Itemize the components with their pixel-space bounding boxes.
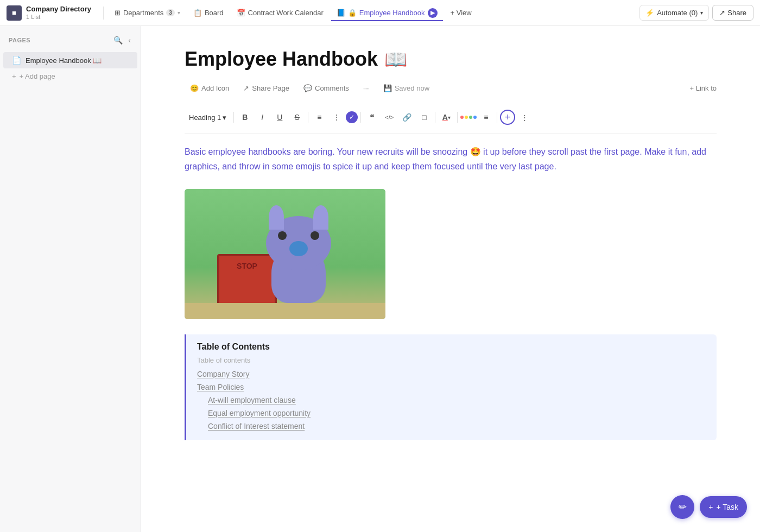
saved-status: 💾 Saved now xyxy=(378,81,435,95)
fab-task-button[interactable]: + + Task xyxy=(700,496,747,518)
sidebar-collapse-button[interactable]: ‹ xyxy=(127,35,132,46)
underline-button[interactable]: U xyxy=(271,109,288,125)
bold-button[interactable]: B xyxy=(237,109,253,125)
handbook-icon: 📘 xyxy=(337,9,345,17)
departments-badge: 3 xyxy=(166,9,175,16)
action-bar: 😊 Add Icon ↗ Share Page 💬 Comments ··· 💾… xyxy=(185,81,717,95)
board-icon: 📋 xyxy=(193,9,202,17)
page-title-emoji: 📖 xyxy=(384,48,407,70)
tab-add-view[interactable]: + View xyxy=(445,5,477,20)
sidebar-add-page[interactable]: + + Add page xyxy=(3,68,137,84)
link-button[interactable]: 🔗 xyxy=(398,109,415,125)
more-options-button[interactable]: ··· xyxy=(358,81,375,95)
departments-icon: ⊞ xyxy=(115,9,121,17)
add-icon-label: Add Icon xyxy=(201,84,229,92)
toolbar-sep-4 xyxy=(435,112,435,123)
box-button[interactable]: □ xyxy=(416,109,432,125)
italic-button[interactable]: I xyxy=(254,109,270,125)
toolbar-sep-2 xyxy=(308,112,308,123)
main-layout: PAGES 🔍 ‹ 📄 Employee Handbook 📖 + + Add … xyxy=(0,26,760,532)
toc-item-conflict[interactable]: Conflict of Interest statement xyxy=(197,420,706,433)
toc-item-equal-employment[interactable]: Equal employment opportunity xyxy=(197,407,706,420)
task-plus-icon: + xyxy=(708,503,713,511)
emoji-picker-button[interactable] xyxy=(460,109,477,125)
workspace-info: Company Directory 1 List xyxy=(26,5,91,21)
more-dots-icon: ··· xyxy=(363,84,369,92)
sidebar-item-handbook[interactable]: 📄 Employee Handbook 📖 xyxy=(3,52,137,68)
color-arrow: ▾ xyxy=(448,115,451,121)
heading-label: Heading 1 xyxy=(189,113,221,122)
link-to-button[interactable]: + Link to xyxy=(689,84,717,92)
toolbar-more-button[interactable]: ⋮ xyxy=(516,109,533,125)
bullet-list-button[interactable]: ≡ xyxy=(311,109,327,125)
formatting-toolbar: Heading 1 ▾ B I U S ≡ ⋮ ✓ ❝ </> 🔗 □ A ▾ xyxy=(185,105,717,134)
toc-item-team-policies[interactable]: Team Policies xyxy=(197,381,706,394)
comments-icon: 💬 xyxy=(303,84,312,92)
sidebar-header: PAGES 🔍 ‹ xyxy=(0,35,141,52)
share-icon: ↗ xyxy=(719,9,725,17)
sidebar-item-handbook-label: Employee Handbook 📖 xyxy=(26,56,102,65)
tab-departments-label: Departments xyxy=(123,9,163,17)
tab-board[interactable]: 📋 Board xyxy=(188,5,229,20)
add-page-label: + Add page xyxy=(20,72,55,80)
departments-arrow: ▾ xyxy=(178,10,180,16)
heading-dropdown-arrow: ▾ xyxy=(223,113,226,122)
sidebar-search-button[interactable]: 🔍 xyxy=(112,35,124,46)
toc-title: Table of Contents xyxy=(197,342,706,352)
task-label: + Task xyxy=(716,503,738,511)
share-button[interactable]: ↗ Share xyxy=(712,5,753,21)
save-icon: 💾 xyxy=(383,84,392,92)
fab-container: ✏ + + Task xyxy=(670,495,747,519)
strikethrough-button[interactable]: S xyxy=(289,109,305,125)
toolbar-sep-1 xyxy=(233,112,234,123)
nav-divider-1 xyxy=(103,7,104,20)
quote-button[interactable]: ❝ xyxy=(364,109,380,125)
sidebar-header-icons: 🔍 ‹ xyxy=(112,35,132,46)
fab-edit-button[interactable]: ✏ xyxy=(670,495,694,519)
automate-button[interactable]: ⚡ Automate (0) ▾ xyxy=(639,5,709,21)
add-page-plus-icon: + xyxy=(12,72,16,80)
tab-handbook-label: Employee Handbook xyxy=(359,9,425,17)
tab-calendar[interactable]: 📅 Contract Work Calendar xyxy=(231,5,329,20)
heading-dropdown[interactable]: Heading 1 ▾ xyxy=(185,111,231,124)
smiley-icon: 😊 xyxy=(190,84,199,92)
character xyxy=(261,216,337,303)
toolbar-sep-3 xyxy=(360,112,361,123)
saved-label: Saved now xyxy=(395,84,429,92)
emoji-dots-icon xyxy=(460,116,477,119)
toolbar-sep-6 xyxy=(497,112,497,123)
ground xyxy=(185,303,385,319)
nav-right-actions: ⚡ Automate (0) ▾ ↗ Share xyxy=(639,5,753,21)
app-logo[interactable]: ■ xyxy=(7,5,22,21)
top-navigation: ■ Company Directory 1 List ⊞ Departments… xyxy=(0,0,760,26)
code-button[interactable]: </> xyxy=(381,109,397,125)
tab-departments[interactable]: ⊞ Departments 3 ▾ xyxy=(109,5,186,20)
calendar-icon: 📅 xyxy=(237,9,245,17)
page-title-text: Employee Handbook xyxy=(185,48,378,71)
add-icon-button[interactable]: 😊 Add Icon xyxy=(185,81,235,95)
automate-label: Automate (0) xyxy=(657,9,698,17)
add-block-button[interactable]: + xyxy=(500,110,515,125)
toc-subtitle: Table of contents xyxy=(197,356,706,364)
share-label: Share xyxy=(727,9,746,17)
page-title-block: Employee Handbook 📖 xyxy=(185,48,717,71)
page-icon: 📄 xyxy=(12,56,21,65)
share-page-icon: ↗ xyxy=(243,84,249,92)
share-page-button[interactable]: ↗ Share Page xyxy=(238,81,295,95)
sidebar: PAGES 🔍 ‹ 📄 Employee Handbook 📖 + + Add … xyxy=(0,26,141,532)
comments-button[interactable]: 💬 Comments xyxy=(298,81,354,95)
add-view-label: + View xyxy=(451,9,472,17)
toc-item-at-will[interactable]: At-will employment clause xyxy=(197,394,706,407)
share-page-label: Share Page xyxy=(252,84,289,92)
automate-icon: ⚡ xyxy=(645,9,654,17)
edit-icon: ✏ xyxy=(679,501,687,513)
tab-board-label: Board xyxy=(205,9,224,17)
ordered-list-button[interactable]: ⋮ xyxy=(328,109,345,125)
tab-handbook[interactable]: 📘 🔒 Employee Handbook ▶ xyxy=(331,5,443,21)
check-mark-icon: ✓ xyxy=(346,111,358,123)
content-image: STOP xyxy=(185,189,385,319)
color-button[interactable]: A ▾ xyxy=(438,109,454,125)
cartoon-scene: STOP xyxy=(185,189,385,319)
align-button[interactable]: ≡ xyxy=(478,109,494,125)
toc-item-company-story[interactable]: Company Story xyxy=(197,368,706,381)
